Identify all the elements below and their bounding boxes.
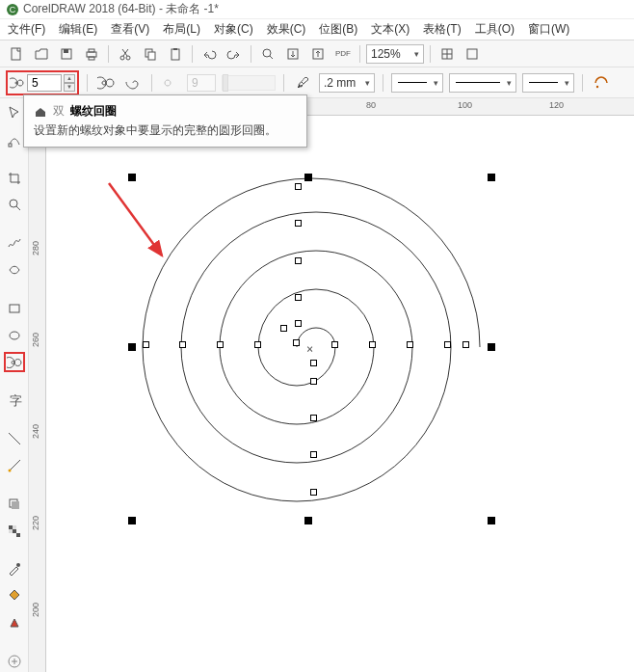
separator xyxy=(283,74,284,92)
connector-tool[interactable] xyxy=(4,455,25,476)
node[interactable] xyxy=(293,339,300,346)
zoom-tool[interactable] xyxy=(4,194,25,215)
eyedropper-tool[interactable] xyxy=(4,559,25,580)
tooltip-title: 螺纹回圈 xyxy=(70,103,117,120)
node[interactable] xyxy=(310,415,317,421)
handle-bl[interactable] xyxy=(128,517,136,524)
tooltip: 双 螺纹回圈 设置新的螺纹对象中要显示的完整的圆形回圈。 xyxy=(23,94,307,148)
node[interactable] xyxy=(310,489,317,496)
snap-button[interactable] xyxy=(436,43,458,65)
handle-br[interactable] xyxy=(488,517,495,524)
handle-mr[interactable] xyxy=(488,343,495,351)
svg-point-9 xyxy=(126,56,130,60)
new-button[interactable] xyxy=(6,43,27,65)
menu-text[interactable]: 文本(X) xyxy=(371,21,409,38)
end-arrowhead[interactable] xyxy=(522,73,574,93)
node[interactable] xyxy=(295,257,302,264)
node[interactable] xyxy=(217,341,224,348)
node[interactable] xyxy=(331,341,338,348)
menu-tools[interactable]: 工具(O) xyxy=(475,21,515,38)
node[interactable] xyxy=(369,341,376,348)
shape-tool[interactable] xyxy=(4,129,25,150)
menu-bitmap[interactable]: 位图(B) xyxy=(319,21,357,38)
node[interactable] xyxy=(310,360,317,366)
menu-view[interactable]: 查看(V) xyxy=(111,21,149,38)
svg-rect-29 xyxy=(13,529,16,533)
crop-tool[interactable] xyxy=(4,168,25,189)
symmetric-spiral-button[interactable] xyxy=(95,72,117,94)
start-arrowhead[interactable] xyxy=(391,73,443,93)
undo-button[interactable] xyxy=(198,43,220,65)
wrap-button[interactable] xyxy=(591,72,612,94)
node[interactable] xyxy=(407,341,413,348)
spiral-tool[interactable] xyxy=(4,352,25,373)
handle-ml[interactable] xyxy=(128,343,136,351)
drop-shadow-tool[interactable] xyxy=(4,494,25,515)
options-button[interactable] xyxy=(462,43,483,65)
menu-effects[interactable]: 效果(C) xyxy=(267,21,306,38)
window-title: CorelDRAW 2018 (64-Bit) - 未命名 -1* xyxy=(23,1,219,17)
menu-edit[interactable]: 编辑(E) xyxy=(59,21,97,38)
search-button[interactable] xyxy=(257,43,278,65)
menu-table[interactable]: 表格(T) xyxy=(423,21,461,38)
print-button[interactable] xyxy=(81,43,102,65)
separator xyxy=(87,74,88,92)
menu-object[interactable]: 对象(C) xyxy=(214,21,253,38)
spiral-revolutions-input[interactable] xyxy=(27,74,62,92)
outline-width[interactable]: .2 mm xyxy=(319,73,375,93)
menu-window[interactable]: 窗口(W) xyxy=(528,21,569,38)
publish-pdf-button[interactable]: PDF xyxy=(332,43,354,65)
import-button[interactable] xyxy=(282,43,304,65)
cut-button[interactable] xyxy=(115,43,136,65)
svg-rect-28 xyxy=(9,525,13,529)
add-tool-button[interactable] xyxy=(4,651,25,672)
node[interactable] xyxy=(462,341,469,348)
copy-button[interactable] xyxy=(140,43,161,65)
interactive-fill-tool[interactable] xyxy=(4,585,25,606)
separator xyxy=(582,74,583,92)
handle-bm[interactable] xyxy=(304,517,312,524)
spiral-object[interactable] xyxy=(104,154,489,540)
svg-rect-30 xyxy=(16,533,20,537)
save-button[interactable] xyxy=(56,43,77,65)
ellipse-tool[interactable] xyxy=(4,325,25,346)
node[interactable] xyxy=(310,378,317,385)
line-style-select[interactable] xyxy=(449,73,516,93)
node[interactable] xyxy=(444,341,451,348)
handle-tm[interactable] xyxy=(304,174,312,181)
node[interactable] xyxy=(143,341,149,348)
pick-tool[interactable] xyxy=(4,102,25,123)
zoom-level[interactable]: 125% xyxy=(366,44,424,64)
node[interactable] xyxy=(295,294,302,301)
paste-button[interactable] xyxy=(165,43,186,65)
artistic-media-tool[interactable] xyxy=(4,259,25,281)
freehand-tool[interactable] xyxy=(4,232,25,254)
logarithmic-spiral-button[interactable] xyxy=(122,72,144,94)
node[interactable] xyxy=(295,220,302,227)
node[interactable] xyxy=(179,341,186,348)
menu-layout[interactable]: 布局(L) xyxy=(163,21,200,38)
node[interactable] xyxy=(280,325,287,332)
handle-tl[interactable] xyxy=(128,174,136,181)
canvas[interactable]: × xyxy=(46,116,634,672)
node[interactable] xyxy=(295,320,302,327)
spiral-revolutions-group: ▲▼ xyxy=(6,70,79,95)
node[interactable] xyxy=(295,183,302,190)
open-button[interactable] xyxy=(31,43,52,65)
redo-button[interactable] xyxy=(224,43,245,65)
node[interactable] xyxy=(310,451,317,458)
svg-rect-32 xyxy=(9,529,13,533)
rectangle-tool[interactable] xyxy=(4,298,25,319)
handle-tr[interactable] xyxy=(488,174,495,181)
text-tool[interactable]: 字 xyxy=(4,390,25,411)
svg-rect-2 xyxy=(12,48,20,60)
menu-file[interactable]: 文件(F) xyxy=(8,21,45,38)
dimension-tool[interactable] xyxy=(4,428,25,449)
spiral-revolutions-spinner[interactable]: ▲▼ xyxy=(64,74,75,92)
transparency-tool[interactable] xyxy=(4,521,25,542)
svg-point-8 xyxy=(120,56,124,60)
svg-rect-27 xyxy=(12,501,19,509)
export-button[interactable] xyxy=(307,43,329,65)
smart-fill-tool[interactable] xyxy=(4,612,25,633)
node[interactable] xyxy=(254,341,261,348)
